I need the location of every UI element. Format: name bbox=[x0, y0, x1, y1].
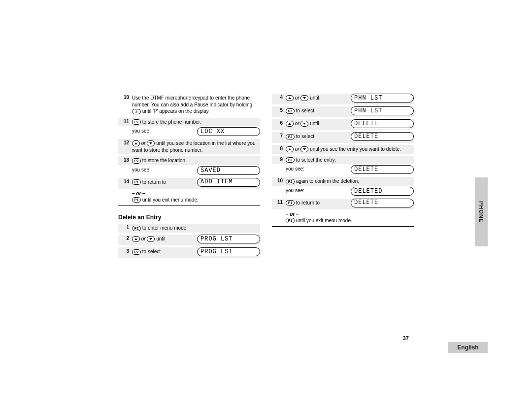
manual-page: 10 Use the DTMF microphone keypad to ent… bbox=[118, 94, 414, 260]
lcd-display: DELETE bbox=[351, 119, 414, 128]
you-see-label: you see: bbox=[132, 128, 151, 134]
until-text: until bbox=[310, 95, 319, 101]
page-number: 37 bbox=[403, 335, 409, 341]
right-column: 4 or until PHN LST 5 P2 to select PHN LS… bbox=[272, 94, 414, 260]
up-arrow-icon bbox=[286, 146, 294, 152]
section-divider bbox=[118, 206, 260, 206]
p2-button-icon: P2 bbox=[132, 249, 141, 255]
p2-button-icon: P2 bbox=[286, 179, 295, 184]
delete-step-6: 6 or until DELETE bbox=[272, 119, 414, 130]
step-10: 10 Use the DTMF microphone keypad to ent… bbox=[118, 94, 260, 116]
you-see: you see: DELETE bbox=[272, 166, 414, 175]
delete-step-3: 3 P2 to select PROG LST bbox=[118, 247, 260, 258]
step-num: 10 bbox=[118, 95, 132, 100]
step-num: 7 bbox=[272, 133, 286, 138]
p2-button-icon: P2 bbox=[286, 134, 295, 139]
delete-step-11: 11 P1 to return to DELETE bbox=[272, 199, 414, 209]
step-text: to select the entry, bbox=[296, 157, 336, 163]
delete-step-1: 1 P2 to enter menu mode. bbox=[118, 224, 260, 233]
p2-button-icon: P2 bbox=[286, 157, 295, 163]
or-text: or bbox=[141, 236, 147, 241]
lcd-display: DELETE bbox=[351, 132, 414, 141]
step-num: 2 bbox=[118, 236, 132, 241]
p1-button-icon: P1 bbox=[286, 218, 295, 223]
exit-line: P1 until you exit menu mode. bbox=[272, 218, 414, 224]
step-text: to return to bbox=[296, 200, 320, 206]
lcd-display: LOC XX bbox=[197, 127, 260, 136]
you-see-label: you see: bbox=[286, 166, 304, 171]
step-text: to store the phone number. bbox=[142, 119, 201, 125]
p2-button-icon: P2 bbox=[132, 226, 141, 231]
lcd-display: ADD ITEM bbox=[197, 178, 260, 187]
lcd-display: PHN LST bbox=[351, 94, 414, 103]
lcd-display: PROG LST bbox=[197, 247, 260, 256]
lcd-display: DELETE bbox=[351, 199, 414, 207]
delete-step-7: 7 P2 to select DELETE bbox=[272, 132, 414, 143]
you-see-label: you see: bbox=[286, 188, 304, 193]
step-num: 11 bbox=[118, 119, 132, 124]
lcd-display: SAVED bbox=[197, 166, 260, 175]
step-text: to return to bbox=[142, 179, 166, 185]
step-text: to enter menu mode. bbox=[142, 225, 188, 231]
p1-button-icon: P1 bbox=[132, 197, 141, 203]
step-num: 8 bbox=[272, 146, 286, 151]
section-divider bbox=[272, 226, 414, 227]
p2-button-icon: P2 bbox=[132, 119, 141, 125]
p2-button-icon: P2 bbox=[286, 108, 295, 114]
exit-line: P1 until you exit menu mode. bbox=[118, 197, 260, 203]
down-arrow-icon bbox=[147, 140, 155, 146]
until-text: until bbox=[310, 121, 319, 126]
delete-step-2: 2 or until PROG LST bbox=[118, 235, 260, 245]
delete-step-9: 9 P2 to select the entry, bbox=[272, 156, 414, 165]
you-see: you see: DELETED bbox=[272, 188, 414, 197]
step-11: 11 P2 to store the phone number. bbox=[118, 118, 260, 127]
step-text: until you see the entry you want to dele… bbox=[310, 146, 401, 152]
step-text: until you exit menu mode. bbox=[296, 218, 352, 223]
step-text: to select bbox=[296, 108, 314, 113]
or-text: or bbox=[295, 95, 301, 101]
step-text: until you exit menu mode. bbox=[142, 197, 199, 203]
section-tab: PHONE bbox=[475, 177, 488, 246]
step-text: until 'P' appears on the display. bbox=[142, 108, 210, 114]
up-arrow-icon bbox=[286, 121, 294, 127]
step-num: 10 bbox=[272, 178, 286, 183]
step-12: 12 or until you see the location in the … bbox=[118, 139, 260, 154]
you-see-label: you see: bbox=[132, 167, 151, 172]
step-13: 13 P2 to store the location. bbox=[118, 156, 260, 165]
step-num: 6 bbox=[272, 120, 286, 126]
p1-button-icon: P1 bbox=[286, 200, 295, 206]
delete-step-10: 10 P2 again to confirm the deletion, bbox=[272, 177, 414, 186]
or-text: or bbox=[295, 121, 301, 126]
lcd-display: DELETE bbox=[351, 165, 414, 174]
delete-step-4: 4 or until PHN LST bbox=[272, 94, 414, 104]
step-text: to select bbox=[142, 249, 161, 254]
step-num: 3 bbox=[118, 248, 132, 254]
lcd-display: DELETED bbox=[351, 187, 414, 196]
or-text: or bbox=[141, 140, 147, 146]
down-arrow-icon bbox=[300, 146, 308, 152]
down-arrow-icon bbox=[300, 121, 308, 127]
section-heading: Delete an Entry bbox=[118, 214, 260, 221]
language-label: English bbox=[457, 344, 478, 351]
step-14: 14 P1 to return to ADD ITEM bbox=[118, 178, 260, 189]
up-arrow-icon bbox=[286, 95, 294, 101]
or-separator: – or – bbox=[118, 191, 260, 196]
step-num: 12 bbox=[118, 140, 132, 145]
you-see: you see: LOC XX bbox=[118, 128, 260, 137]
p2-button-icon: P2 bbox=[132, 158, 141, 164]
or-text: or bbox=[295, 146, 301, 152]
down-arrow-icon bbox=[300, 95, 308, 101]
step-num: 11 bbox=[272, 200, 286, 205]
delete-step-5: 5 P2 to select PHN LST bbox=[272, 106, 414, 117]
step-text: Use the DTMF microphone keypad to enter … bbox=[132, 95, 252, 107]
you-see: you see: SAVED bbox=[118, 167, 260, 176]
step-num: 14 bbox=[118, 179, 132, 184]
step-num: 5 bbox=[272, 107, 286, 113]
step-num: 13 bbox=[118, 157, 132, 163]
step-text: to select bbox=[296, 134, 314, 139]
p1-button-icon: P1 bbox=[132, 179, 141, 185]
step-num: 4 bbox=[272, 95, 286, 100]
step-text: to store the location. bbox=[142, 158, 187, 163]
step-num: 1 bbox=[118, 225, 132, 230]
step-text: again to confirm the deletion, bbox=[296, 178, 359, 184]
